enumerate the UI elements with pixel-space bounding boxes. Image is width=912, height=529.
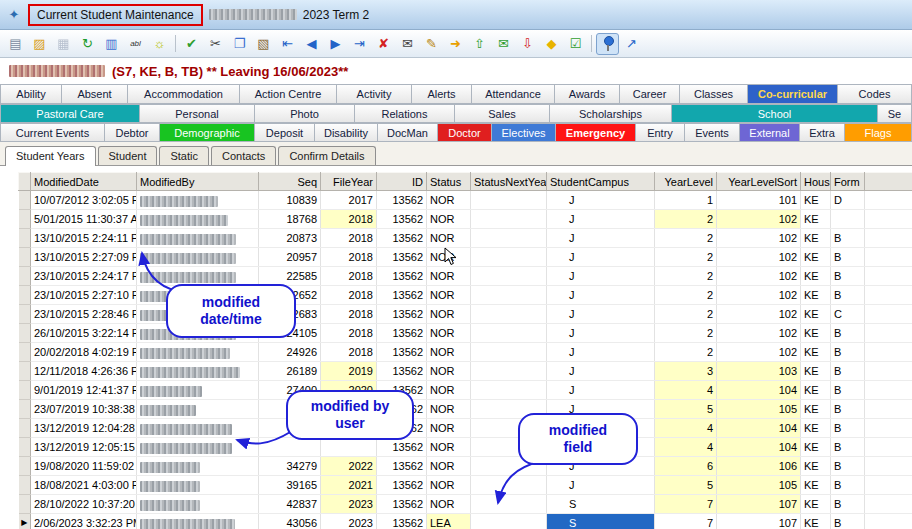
grid-row[interactable]: 13/10/2015 2:24:11 PM20873201813562NORJ2… [19, 229, 912, 248]
cell-form[interactable] [831, 210, 865, 229]
grid-row[interactable]: 13/12/2019 12:05:15 PM13562NORJ4104KEB [19, 438, 912, 457]
cell-yls[interactable]: 102 [717, 286, 801, 305]
subtab-student-years[interactable]: Student Years [5, 146, 96, 166]
first-record-icon[interactable]: ⇤ [276, 33, 299, 55]
cell-by[interactable] [137, 514, 259, 529]
column-header-house[interactable]: House [801, 173, 831, 191]
grid-row[interactable]: 19/08/2020 11:59:02 AM34279202213562NORJ… [19, 457, 912, 476]
tab-entry[interactable]: Entry [636, 123, 685, 142]
cell-seq[interactable]: 10839 [259, 191, 321, 210]
cell-form[interactable]: B [831, 286, 865, 305]
cell-house[interactable]: KE [801, 419, 831, 438]
cell-campus[interactable]: J [547, 210, 655, 229]
cell-campus[interactable]: J [547, 381, 655, 400]
cell-date[interactable]: 23/10/2015 2:28:46 PM [31, 305, 137, 324]
grid-row[interactable]: 12/11/2018 4:26:36 PM26189201913562NORJ3… [19, 362, 912, 381]
tab-activity[interactable]: Activity [337, 84, 412, 104]
cell-by[interactable] [137, 267, 259, 286]
cell-house[interactable]: KE [801, 476, 831, 495]
cell-gutter[interactable] [19, 400, 31, 419]
cell-date[interactable]: 28/10/2022 10:37:20 AM [31, 495, 137, 514]
grid-row[interactable]: 23/10/2015 2:28:46 PM22683201813562NORJ2… [19, 305, 912, 324]
copy-icon[interactable]: ❐ [228, 33, 251, 55]
cell-yl[interactable]: 4 [655, 381, 717, 400]
cell-gutter[interactable] [19, 457, 31, 476]
column-header-id[interactable]: ID [377, 173, 427, 191]
grid-row[interactable]: 28/10/2022 10:37:20 AM42837202313562NORS… [19, 495, 912, 514]
cell-yls[interactable]: 102 [717, 248, 801, 267]
cell-id[interactable]: 13562 [377, 286, 427, 305]
tab-attendance[interactable]: Attendance [472, 84, 555, 104]
cell-house[interactable]: KE [801, 229, 831, 248]
grid-row[interactable]: 23/10/2015 2:27:10 PM22652201813562NORJ2… [19, 286, 912, 305]
cell-form[interactable]: D [831, 191, 865, 210]
cell-statusNext[interactable] [471, 267, 547, 286]
grid-row[interactable]: 5/01/2015 11:30:37 AM18768201813562NORJ2… [19, 210, 912, 229]
cell-status[interactable]: NOR [427, 362, 471, 381]
cell-statusNext[interactable] [471, 191, 547, 210]
cell-by[interactable] [137, 419, 259, 438]
cell-form[interactable]: B [831, 267, 865, 286]
cell-id[interactable]: 13562 [377, 210, 427, 229]
cell-fy[interactable]: 2018 [321, 210, 377, 229]
column-header-modifiedby[interactable]: ModifiedBy [137, 173, 259, 191]
grid-row[interactable]: 23/07/2019 10:38:38 AM13562NORJ5105KEB [19, 400, 912, 419]
cell-by[interactable] [137, 210, 259, 229]
cell-house[interactable]: KE [801, 362, 831, 381]
column-header-yearlevel[interactable]: YearLevel [655, 173, 717, 191]
cell-house[interactable]: KE [801, 514, 831, 529]
cell-by[interactable] [137, 381, 259, 400]
cell-date[interactable]: 9/01/2019 12:41:37 PM [31, 381, 137, 400]
cell-status[interactable]: LEA [427, 514, 471, 529]
datasheet-icon[interactable]: ▥ [100, 33, 123, 55]
cell-house[interactable]: KE [801, 495, 831, 514]
cell-statusNext[interactable] [471, 343, 547, 362]
cell-seq[interactable]: 42837 [259, 495, 321, 514]
cell-date[interactable]: 12/11/2018 4:26:36 PM [31, 362, 137, 381]
tab-school[interactable]: School [672, 104, 878, 123]
cell-date[interactable]: 5/01/2015 11:30:37 AM [31, 210, 137, 229]
cell-gutter[interactable] [19, 419, 31, 438]
column-header-studentcampus[interactable]: StudentCampus [547, 173, 655, 191]
cell-status[interactable]: NOR [427, 210, 471, 229]
cell-form[interactable]: B [831, 476, 865, 495]
tab-relations[interactable]: Relations [355, 104, 455, 123]
cell-seq[interactable]: 39165 [259, 476, 321, 495]
cell-status[interactable]: NOR [427, 229, 471, 248]
cell-yl[interactable]: 2 [655, 305, 717, 324]
cell-campus[interactable]: J [547, 343, 655, 362]
tab-sales[interactable]: Sales [455, 104, 550, 123]
cell-status[interactable]: NOR [427, 457, 471, 476]
forward-icon[interactable]: ➜ [444, 33, 467, 55]
tab-doctor[interactable]: Doctor [438, 123, 492, 142]
cell-gutter[interactable] [19, 191, 31, 210]
cell-yl[interactable]: 5 [655, 400, 717, 419]
cell-gutter[interactable] [19, 362, 31, 381]
cell-house[interactable]: KE [801, 438, 831, 457]
cell-form[interactable]: B [831, 324, 865, 343]
cell-yls[interactable]: 104 [717, 381, 801, 400]
cell-by[interactable] [137, 400, 259, 419]
tab-external[interactable]: External [740, 123, 800, 142]
send-mail-icon[interactable]: ✉ [492, 33, 515, 55]
cell-seq[interactable]: 24926 [259, 343, 321, 362]
cell-form[interactable]: B [831, 362, 865, 381]
cell-id[interactable]: 13562 [377, 514, 427, 529]
column-header-fileyear[interactable]: FileYear [321, 173, 377, 191]
cell-gutter[interactable] [19, 305, 31, 324]
tab-docman[interactable]: DocMan [378, 123, 438, 142]
cell-yl[interactable]: 6 [655, 457, 717, 476]
cell-status[interactable]: NOR [427, 191, 471, 210]
cell-gutter[interactable] [19, 438, 31, 457]
column-header-statusnextyear[interactable]: StatusNextYear [471, 173, 547, 191]
cell-status[interactable]: NOR [427, 495, 471, 514]
subtab-contacts[interactable]: Contacts [211, 146, 276, 165]
cell-fy[interactable]: 2018 [321, 229, 377, 248]
tab-alerts[interactable]: Alerts [412, 84, 472, 104]
cell-id[interactable]: 13562 [377, 343, 427, 362]
cell-by[interactable] [137, 248, 259, 267]
cell-yls[interactable]: 101 [717, 191, 801, 210]
cell-statusNext[interactable] [471, 381, 547, 400]
tab-demographic[interactable]: Demographic [160, 123, 255, 142]
cell-yls[interactable]: 105 [717, 400, 801, 419]
